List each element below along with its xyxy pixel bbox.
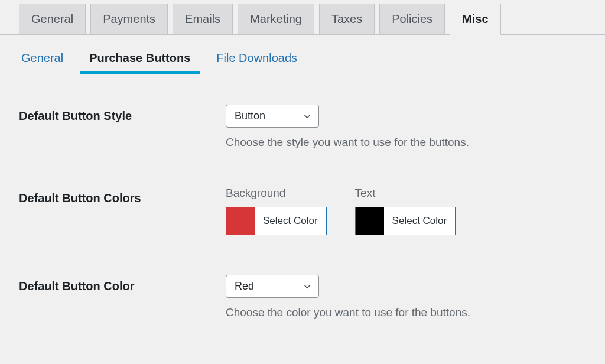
select-button-color[interactable]: Red — [226, 275, 319, 298]
color-picker-text-label: Select Color — [384, 207, 456, 235]
select-button-style-value: Button — [235, 110, 265, 122]
tab-misc[interactable]: Misc — [450, 4, 500, 35]
color-field-text: Text Select Color — [355, 187, 456, 237]
subtab-file-downloads[interactable]: File Downloads — [214, 48, 300, 73]
select-button-color-value: Red — [235, 280, 254, 292]
tab-payments[interactable]: Payments — [90, 4, 168, 34]
tab-general[interactable]: General — [19, 4, 86, 34]
control-area-button-color: Red Choose the color you want to use for… — [226, 275, 586, 319]
sub-tab-bar: General Purchase Buttons File Downloads — [0, 35, 605, 76]
color-picker-text[interactable]: Select Color — [355, 207, 456, 235]
help-button-style: Choose the style you want to use for the… — [226, 136, 586, 149]
row-default-button-style: Default Button Style Button Choose the s… — [19, 105, 586, 149]
tab-emails[interactable]: Emails — [173, 4, 233, 34]
chevron-down-icon — [302, 281, 313, 292]
color-swatch-text — [356, 207, 384, 235]
tab-marketing[interactable]: Marketing — [238, 4, 314, 34]
color-picker-background[interactable]: Select Color — [226, 207, 327, 235]
help-button-color: Choose the color you want to use for the… — [226, 306, 586, 319]
sublabel-text: Text — [355, 187, 456, 200]
label-default-button-color: Default Button Color — [19, 275, 226, 293]
tab-policies[interactable]: Policies — [379, 4, 445, 34]
color-picker-background-label: Select Color — [255, 207, 326, 235]
sublabel-background: Background — [226, 187, 327, 200]
control-area-button-style: Button Choose the style you want to use … — [226, 105, 586, 149]
tab-taxes[interactable]: Taxes — [319, 4, 375, 34]
control-area-button-colors: Background Select Color Text Select Colo… — [226, 187, 586, 237]
chevron-down-icon — [302, 111, 313, 122]
label-default-button-colors: Default Button Colors — [19, 187, 226, 205]
row-default-button-colors: Default Button Colors Background Select … — [19, 187, 586, 237]
subtab-purchase-buttons[interactable]: Purchase Buttons — [87, 48, 193, 73]
subtab-general[interactable]: General — [19, 48, 66, 73]
main-tab-bar: General Payments Emails Marketing Taxes … — [0, 0, 605, 35]
settings-form: Default Button Style Button Choose the s… — [0, 76, 605, 319]
label-default-button-style: Default Button Style — [19, 105, 226, 123]
color-field-background: Background Select Color — [226, 187, 327, 237]
select-button-style[interactable]: Button — [226, 105, 319, 128]
row-default-button-color: Default Button Color Red Choose the colo… — [19, 275, 586, 319]
color-swatch-background — [226, 207, 255, 235]
color-group: Background Select Color Text Select Colo… — [226, 187, 586, 237]
